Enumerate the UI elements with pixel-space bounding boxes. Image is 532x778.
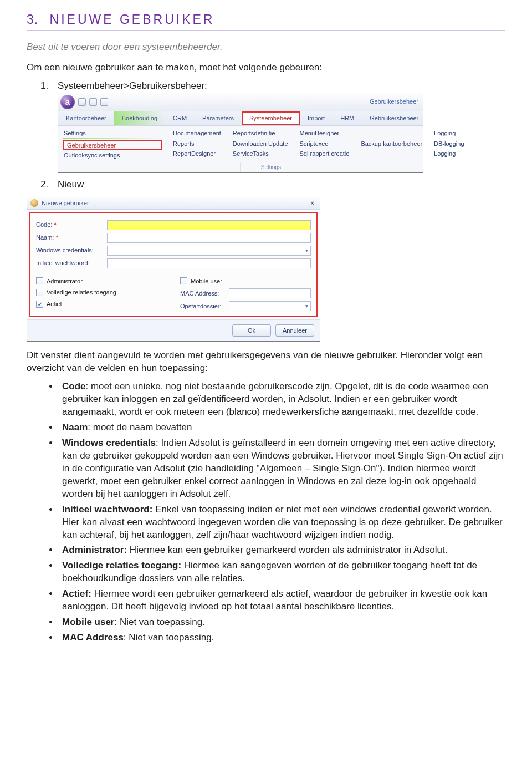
code-field[interactable] bbox=[107, 220, 311, 230]
ok-button[interactable]: Ok bbox=[232, 324, 271, 337]
label-volledige-relaties: Volledige relaties toegang bbox=[47, 288, 116, 297]
ribbon-screenshot: a Gebruikersbeheer Kantoorbeheer Boekhou… bbox=[58, 93, 423, 173]
tab-crm[interactable]: CRM bbox=[165, 111, 195, 125]
label-initieel-wachtwoord: Initiëel wachtwoord: bbox=[36, 259, 103, 267]
label-actief: Actief bbox=[47, 300, 62, 308]
label-mobile-user: Mobile user bbox=[191, 277, 222, 286]
ribbon-footer: Settings bbox=[58, 162, 423, 172]
rb-download[interactable]: Downloaden Update bbox=[232, 139, 289, 149]
field-mobile-user: Mobile user: Niet van toepassing. bbox=[59, 616, 505, 629]
tab-systeembeheer[interactable]: Systeembeheer bbox=[242, 111, 300, 125]
tab-kantoorbeheer[interactable]: Kantoorbeheer bbox=[58, 111, 114, 125]
rb-reportsdef[interactable]: Reportsdefinitie bbox=[232, 128, 289, 139]
rb-docmgmt[interactable]: Doc.management bbox=[172, 128, 222, 139]
actief-checkbox[interactable]: ✔ bbox=[36, 301, 43, 308]
section-title-text: NIEUWE GEBRUIKER bbox=[50, 12, 215, 27]
user-icon bbox=[30, 199, 38, 207]
rb-scriptexec[interactable]: Scriptexec bbox=[299, 139, 351, 149]
field-actief: Actief: Hiermee wordt een gebruiker gema… bbox=[59, 588, 505, 613]
rb-blank1 bbox=[360, 128, 423, 139]
ribbon-titlebar: a Gebruikersbeheer bbox=[58, 93, 423, 111]
label-naam: Naam: * bbox=[36, 233, 103, 242]
naam-field[interactable] bbox=[107, 233, 311, 243]
rb-blank2 bbox=[360, 149, 423, 159]
rb-logging2[interactable]: Logging bbox=[433, 149, 465, 159]
rb-reports[interactable]: Reports bbox=[172, 139, 222, 149]
dialog-screenshot: Nieuwe gebruiker × Code: * Naam: * Windo… bbox=[27, 197, 320, 342]
rb-dblogging[interactable]: DB-logging bbox=[433, 139, 465, 149]
field-code: Code: moet een unieke, nog niet bestaand… bbox=[59, 380, 505, 419]
section-heading: 3. NIEUWE GEBRUIKER bbox=[27, 11, 505, 31]
intro-text: Om een nieuwe gebruiker aan te maken, mo… bbox=[27, 62, 505, 74]
step-2: Nieuw bbox=[51, 179, 505, 191]
required-icon: * bbox=[54, 221, 56, 228]
intro-note: Best uit te voeren door een systeembehee… bbox=[27, 41, 505, 54]
tab-hrm[interactable]: HRM bbox=[332, 111, 362, 125]
cancel-button[interactable]: Annuleer bbox=[275, 324, 314, 337]
rb-sqlrapport[interactable]: Sql rapport creatie bbox=[299, 149, 351, 159]
qat-icon-3[interactable] bbox=[100, 98, 108, 106]
tab-boekhouding[interactable]: Boekhouding bbox=[114, 111, 165, 125]
ribbon-window-title: Gebruikersbeheer bbox=[370, 98, 421, 106]
field-volledige-relaties: Volledige relaties toegang: Hiermee kan … bbox=[59, 560, 505, 585]
administrator-checkbox[interactable] bbox=[36, 277, 43, 284]
required-icon: * bbox=[55, 234, 58, 241]
dialog-body: Code: * Naam: * Windows credentials: Ini… bbox=[29, 212, 318, 318]
link-sso-manual: zie handleiding "Algemeen – Single Sign-… bbox=[191, 463, 382, 474]
step-2-text: Nieuw bbox=[58, 179, 84, 190]
rb-reportdesigner[interactable]: ReportDesigner bbox=[172, 149, 222, 159]
label-administrator: Administrator bbox=[47, 277, 83, 286]
rb-servicetasks[interactable]: ServiceTasks bbox=[232, 149, 289, 159]
label-windows-credentials: Windows credentials: bbox=[36, 246, 103, 255]
dialog-titlebar: Nieuwe gebruiker × bbox=[27, 197, 320, 210]
ribbon-tabs: Kantoorbeheer Boekhouding CRM Parameters… bbox=[58, 111, 423, 126]
opstartdossier-combo[interactable] bbox=[229, 301, 311, 311]
volledige-relaties-checkbox[interactable] bbox=[36, 289, 43, 296]
tab-gebruikersbeheer[interactable]: Gebruikersbeheer bbox=[362, 111, 426, 125]
field-initieel-wachtwoord: Initieel wachtwoord: Enkel van toepassin… bbox=[59, 504, 505, 542]
rb-menudesigner[interactable]: MenuDesigner bbox=[299, 128, 351, 139]
mac-address-field[interactable] bbox=[229, 288, 311, 298]
tab-parameters[interactable]: Parameters bbox=[195, 111, 242, 125]
dialog-button-row: Ok Annuleer bbox=[27, 319, 320, 341]
step-1-text: Systeembeheer>Gebruikersbeheer: bbox=[58, 80, 207, 91]
label-mac-address: MAC Address: bbox=[180, 289, 224, 298]
field-descriptions: Code: moet een unieke, nog niet bestaand… bbox=[59, 380, 505, 644]
field-naam: Naam: moet de naam bevatten bbox=[59, 421, 505, 434]
ribbon-body: Settings Gebruikersbeheer Outlooksync se… bbox=[58, 126, 423, 162]
label-opstartdossier: Opstartdossier: bbox=[180, 302, 224, 311]
initieel-wachtwoord-field[interactable] bbox=[107, 258, 311, 268]
field-mac-address: MAC Address: Niet van toepassing. bbox=[59, 632, 505, 644]
rb-outlooksync[interactable]: Outlooksync settings bbox=[63, 150, 162, 161]
qat-icon-1[interactable] bbox=[78, 98, 86, 106]
green-highlight bbox=[63, 138, 162, 139]
windows-credentials-combo[interactable] bbox=[107, 246, 311, 256]
link-dossiers: boekhoudkundige dossiers bbox=[62, 573, 174, 583]
qat-icon-2[interactable] bbox=[89, 98, 97, 106]
step-1: Systeembeheer>Gebruikersbeheer: a Gebrui… bbox=[51, 80, 505, 173]
dialog-title: Nieuwe gebruiker bbox=[42, 199, 89, 207]
field-administrator: Administrator: Hiermee kan een gebruiker… bbox=[59, 544, 505, 557]
field-windows-credentials: Windows credentials: Indien Adsolut is g… bbox=[59, 437, 505, 501]
rb-backup[interactable]: Backup kantoorbeheer bbox=[360, 139, 423, 149]
rb-footer-settings: Settings bbox=[241, 162, 301, 172]
section-number: 3. bbox=[27, 12, 38, 27]
tab-import[interactable]: Import bbox=[300, 111, 332, 125]
after-dialog-text: Dit venster dient aangevuld te worden me… bbox=[27, 349, 505, 375]
app-orb-icon[interactable]: a bbox=[60, 95, 75, 109]
mobile-user-checkbox[interactable] bbox=[180, 277, 187, 284]
close-icon[interactable]: × bbox=[309, 199, 316, 207]
label-code: Code: * bbox=[36, 221, 103, 229]
rb-logging1[interactable]: Logging bbox=[433, 128, 465, 139]
rb-gebruikersbeheer[interactable]: Gebruikersbeheer bbox=[63, 140, 162, 151]
